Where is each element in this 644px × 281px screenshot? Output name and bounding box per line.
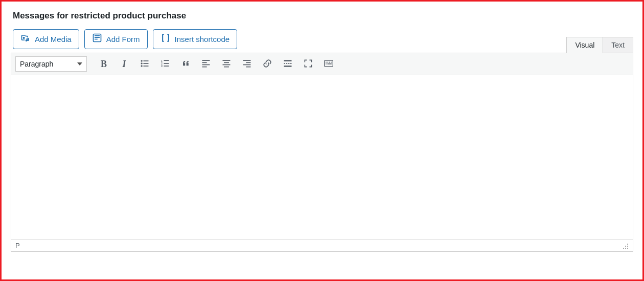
align-center-icon — [221, 58, 232, 70]
read-more-icon — [283, 58, 293, 70]
toolbar-toggle-button[interactable] — [320, 56, 337, 72]
svg-rect-38 — [329, 61, 330, 62]
svg-rect-25 — [243, 60, 251, 61]
svg-rect-17 — [202, 60, 210, 61]
align-center-button[interactable] — [218, 56, 235, 72]
svg-rect-20 — [202, 66, 207, 67]
svg-rect-29 — [284, 60, 292, 61]
camera-music-icon — [20, 33, 31, 46]
svg-rect-40 — [326, 63, 327, 64]
align-left-icon — [201, 58, 211, 70]
bold-button[interactable]: B — [95, 56, 112, 72]
bold-icon: B — [101, 59, 107, 70]
svg-rect-33 — [290, 63, 292, 64]
bullet-list-button[interactable] — [136, 56, 153, 72]
format-select[interactable]: Paragraph — [15, 56, 87, 72]
svg-rect-28 — [246, 66, 250, 67]
numbered-list-icon: 123 — [160, 58, 170, 70]
svg-point-5 — [141, 60, 143, 61]
editor-toolbar: Paragraph B I 123 — [11, 53, 633, 75]
svg-rect-23 — [223, 64, 231, 65]
media-buttons: Add Media Add Form Insert shortcode — [13, 29, 237, 49]
svg-rect-26 — [246, 62, 250, 63]
svg-rect-3 — [95, 37, 100, 38]
fullscreen-button[interactable] — [300, 56, 317, 72]
svg-rect-36 — [326, 61, 327, 62]
svg-rect-22 — [224, 62, 229, 63]
form-icon — [92, 33, 102, 46]
add-form-button[interactable]: Add Form — [84, 29, 148, 49]
svg-rect-16 — [164, 66, 169, 67]
blockquote-button[interactable] — [177, 56, 194, 72]
svg-rect-27 — [243, 64, 251, 65]
element-path[interactable]: P — [15, 242, 20, 249]
svg-rect-18 — [202, 62, 207, 63]
insert-shortcode-label: Insert shortcode — [175, 34, 230, 45]
svg-rect-34 — [284, 66, 292, 67]
add-media-button[interactable]: Add Media — [13, 29, 79, 49]
svg-point-6 — [141, 62, 143, 64]
add-form-label: Add Form — [106, 34, 140, 45]
insert-shortcode-button[interactable]: Insert shortcode — [153, 29, 238, 49]
svg-rect-2 — [95, 35, 100, 36]
svg-rect-14 — [164, 60, 169, 61]
bullet-list-icon — [140, 58, 150, 70]
editor-panel: Messages for restricted product purchase… — [0, 0, 644, 281]
svg-rect-39 — [331, 61, 332, 62]
fullscreen-icon — [303, 58, 313, 70]
quote-icon — [180, 58, 191, 70]
brackets-icon — [160, 33, 171, 46]
svg-point-45 — [623, 248, 624, 249]
svg-rect-41 — [328, 63, 332, 64]
chevron-down-icon — [77, 62, 82, 66]
editor-status-bar: P — [11, 239, 633, 251]
editor-top-row: Add Media Add Form Insert shortcode Visu… — [11, 29, 633, 53]
align-right-icon — [242, 58, 252, 70]
keyboard-icon — [324, 58, 334, 70]
tab-text[interactable]: Text — [603, 37, 633, 53]
svg-rect-4 — [95, 39, 98, 40]
svg-rect-30 — [284, 63, 286, 64]
svg-point-44 — [627, 246, 628, 247]
svg-point-43 — [625, 246, 626, 247]
align-right-button[interactable] — [238, 56, 256, 72]
section-title: Messages for restricted product purchase — [13, 11, 633, 21]
svg-point-42 — [627, 244, 628, 245]
add-media-label: Add Media — [35, 34, 72, 45]
svg-rect-8 — [144, 60, 149, 61]
read-more-button[interactable] — [279, 56, 296, 72]
svg-rect-15 — [164, 63, 169, 64]
editor-content[interactable] — [11, 75, 633, 239]
svg-point-0 — [23, 37, 25, 39]
svg-rect-24 — [224, 66, 229, 67]
italic-button[interactable]: I — [116, 56, 133, 72]
italic-icon: I — [122, 59, 126, 70]
svg-point-7 — [141, 65, 143, 67]
svg-point-47 — [627, 248, 628, 249]
resize-handle[interactable] — [622, 242, 629, 249]
editor-container: Paragraph B I 123 — [11, 53, 633, 252]
numbered-list-button[interactable]: 123 — [156, 56, 174, 72]
link-button[interactable] — [259, 56, 276, 72]
svg-rect-10 — [144, 66, 149, 67]
format-select-value: Paragraph — [20, 60, 53, 68]
editor-tabs: Visual Text — [567, 37, 633, 53]
svg-rect-21 — [223, 60, 231, 61]
align-left-button[interactable] — [197, 56, 215, 72]
link-icon — [262, 58, 272, 70]
tab-visual[interactable]: Visual — [566, 37, 603, 53]
svg-rect-31 — [286, 63, 288, 64]
svg-point-46 — [625, 248, 626, 249]
svg-rect-37 — [328, 61, 329, 62]
svg-text:3: 3 — [161, 64, 163, 67]
svg-rect-9 — [144, 63, 149, 64]
svg-rect-32 — [288, 63, 290, 64]
svg-rect-19 — [202, 64, 210, 65]
